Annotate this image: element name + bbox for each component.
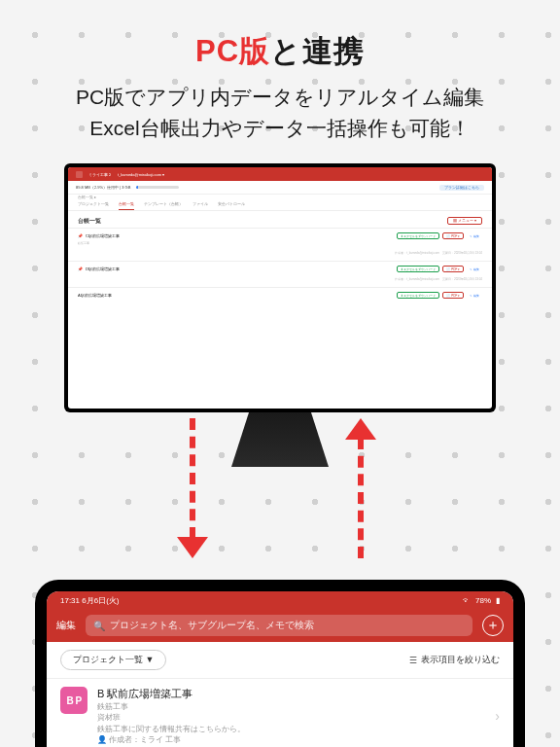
search-icon: 🔍 bbox=[93, 621, 105, 631]
tablet: 17:31 6月6日(火) ᯤ 78% ▮ 編集 🔍 プロジェクト名、サブグルー… bbox=[35, 580, 525, 747]
quota-text: 89.8 MB（2.9%）使用中 | 3 GB bbox=[76, 185, 130, 190]
pdf-button[interactable]: 📄 PDF ▾ bbox=[442, 266, 464, 272]
tab-ledgers[interactable]: 台帳一覧 bbox=[119, 202, 134, 210]
pdf-button[interactable]: 📄 PDF ▾ bbox=[442, 292, 464, 299]
battery-text: 78% bbox=[475, 596, 491, 605]
wifi-icon: ᯤ bbox=[463, 596, 471, 605]
search-placeholder: プロジェクト名、サブグループ名、メモで検索 bbox=[110, 619, 314, 632]
pc-app-header: ミライ工事２ t_kameda@miraikoji.com ▾ bbox=[68, 167, 492, 181]
section-title: 台帳一覧 bbox=[78, 218, 101, 225]
app-name: ミライ工事２ bbox=[88, 172, 112, 177]
quota-meter bbox=[136, 186, 179, 189]
row-title: A駅前広場増築工事 bbox=[78, 293, 112, 298]
tab-safety[interactable]: 安全パトロール bbox=[218, 202, 245, 210]
headline-red: PC版 bbox=[195, 34, 270, 68]
edit-button[interactable]: ✎ 編集 bbox=[467, 292, 482, 299]
chevron-right-icon: › bbox=[495, 708, 500, 724]
status-time: 17:31 6月6日(火) bbox=[60, 595, 119, 606]
excel-download-button[interactable]: ⬇ エクセルをダウンロード bbox=[397, 232, 440, 239]
ledger-row[interactable]: 📌D駅前広場増築工事 ⬇ エクセルをダウンロード 📄 PDF ▾ ✎ 編集 作成… bbox=[68, 261, 492, 287]
arrow-up-icon bbox=[358, 418, 376, 558]
tab-templates[interactable]: テンプレート（台帳） bbox=[144, 202, 183, 210]
status-bar: 17:31 6月6日(火) ᯤ 78% ▮ bbox=[47, 591, 513, 609]
project-card[interactable]: B P B 駅前広場増築工事 鉄筋工事 資材班 鉄筋工事に関する情報共有はこちら… bbox=[47, 679, 513, 747]
excel-download-button[interactable]: ⬇ エクセルをダウンロード bbox=[397, 292, 440, 299]
search-bar: 編集 🔍 プロジェクト名、サブグループ名、メモで検索 ＋ bbox=[47, 609, 513, 642]
pc-tabs: プロジェクト一覧 台帳一覧 テンプレート（台帳） ファイル 安全パトロール bbox=[68, 200, 492, 211]
pin-icon: 📌 bbox=[78, 267, 83, 271]
quota-bar: 89.8 MB（2.9%）使用中 | 3 GB プラン詳細はこちら bbox=[68, 181, 492, 195]
edit-button[interactable]: ✎ 編集 bbox=[467, 232, 482, 239]
tab-projects[interactable]: プロジェクト一覧 bbox=[78, 202, 109, 210]
edit-mode-button[interactable]: 編集 bbox=[56, 619, 76, 632]
pin-icon: 📌 bbox=[78, 233, 83, 238]
filter-row: プロジェクト一覧 ▼ ☰表示項目を絞り込む bbox=[47, 642, 513, 679]
pc-monitor: ミライ工事２ t_kameda@miraikoji.com ▾ 89.8 MB（… bbox=[64, 163, 496, 467]
row-title: D駅前広場増築工事 bbox=[86, 267, 120, 271]
pc-screen: ミライ工事２ t_kameda@miraikoji.com ▾ 89.8 MB（… bbox=[68, 167, 492, 409]
tablet-screen: 17:31 6月6日(火) ᯤ 78% ▮ 編集 🔍 プロジェクト名、サブグルー… bbox=[47, 591, 513, 747]
row-title: C駅前広場増築工事 bbox=[86, 233, 120, 238]
section-menu-button[interactable]: ☰ メニュー ▾ bbox=[447, 217, 482, 225]
add-button[interactable]: ＋ bbox=[482, 615, 504, 636]
subheadline: PC版でアプリ内データをリアルタイム編集 Excel台帳出力やデータ一括操作も可… bbox=[0, 82, 560, 143]
arrow-down-icon bbox=[190, 418, 208, 558]
ledger-row[interactable]: A駅前広場増築工事 ⬇ エクセルをダウンロード 📄 PDF ▾ ✎ 編集 bbox=[68, 287, 492, 303]
filter-columns-button[interactable]: ☰表示項目を絞り込む bbox=[409, 654, 500, 666]
edit-button[interactable]: ✎ 編集 bbox=[467, 266, 482, 272]
battery-icon: ▮ bbox=[496, 596, 500, 605]
excel-download-button[interactable]: ⬇ エクセルをダウンロード bbox=[397, 266, 440, 272]
monitor-stand bbox=[231, 412, 329, 467]
ledger-row[interactable]: 📌C駅前広場増築工事 ⬇ エクセルをダウンロード 📄 PDF ▾ ✎ 編集 鉄筋… bbox=[68, 228, 492, 261]
plan-detail-button[interactable]: プラン詳細はこちら bbox=[439, 185, 484, 191]
card-title: B 駅前広場増築工事 bbox=[97, 687, 485, 701]
filter-icon: ☰ bbox=[409, 656, 417, 665]
row-sub: 鉄筋工事 bbox=[78, 241, 482, 245]
project-list-dropdown[interactable]: プロジェクト一覧 ▼ bbox=[60, 650, 166, 670]
headline-black: と連携 bbox=[270, 34, 365, 68]
search-input[interactable]: 🔍 プロジェクト名、サブグループ名、メモで検索 bbox=[86, 615, 472, 636]
pdf-button[interactable]: 📄 PDF ▾ bbox=[442, 232, 464, 239]
app-logo-icon bbox=[76, 171, 83, 178]
tab-files[interactable]: ファイル bbox=[192, 202, 208, 210]
headline: PC版と連携 bbox=[0, 0, 560, 72]
project-badge: B P bbox=[60, 687, 88, 714]
user-email[interactable]: t_kameda@miraikoji.com ▾ bbox=[118, 172, 164, 177]
